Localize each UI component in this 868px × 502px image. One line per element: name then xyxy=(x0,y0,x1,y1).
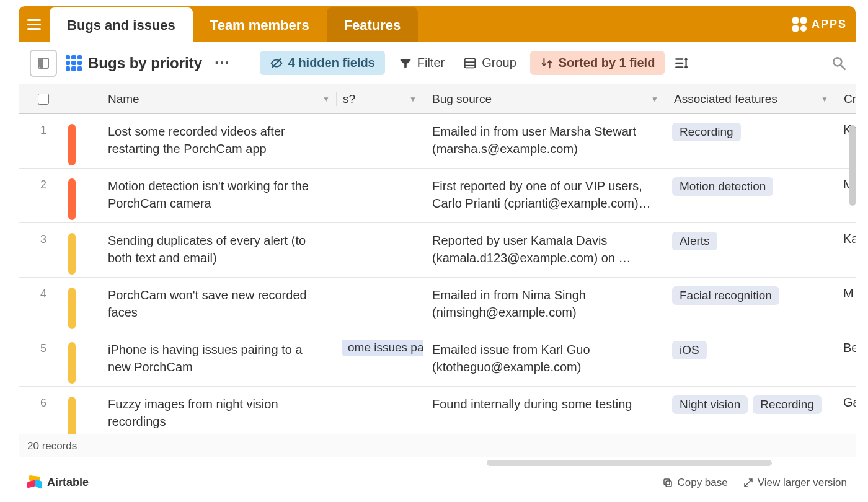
tab-bugs-and-issues[interactable]: Bugs and issues xyxy=(50,7,193,42)
cell-unknown[interactable] xyxy=(336,176,423,178)
column-header-bug-source[interactable]: Bug source ▼ xyxy=(423,92,665,106)
feature-tag[interactable]: Night vision xyxy=(672,395,748,414)
cell-associated-features[interactable]: Night visionRecording xyxy=(665,394,835,415)
cell-created[interactable]: Ga xyxy=(835,394,856,411)
filter-icon xyxy=(399,56,412,70)
cell-unknown[interactable] xyxy=(336,285,423,288)
row-number: 1 xyxy=(19,121,68,137)
priority-indicator xyxy=(68,124,76,165)
cell-name[interactable]: iPhone is having issues pairing to a new… xyxy=(88,340,336,384)
cell-bug-source[interactable]: Emailed in from user Marsha Stewart (mar… xyxy=(423,121,665,166)
cell-unknown[interactable] xyxy=(336,231,423,233)
expand-icon xyxy=(743,477,754,488)
top-tabs-bar: Bugs and issues Team members Features AP… xyxy=(19,6,856,42)
feature-tag[interactable]: Motion detection xyxy=(672,177,773,196)
data-grid: Name ▼ s? ▼ Bug source ▼ Associated feat… xyxy=(19,84,856,469)
filter-label: Filter xyxy=(417,56,445,70)
search-icon xyxy=(831,55,847,71)
table-row[interactable]: 6Fuzzy images from night vision recordin… xyxy=(19,387,856,434)
column-label: Bug source xyxy=(432,92,492,106)
cell-bug-source[interactable]: Reported by user Kamala Davis (kamala.d1… xyxy=(423,231,665,275)
apps-button[interactable]: APPS xyxy=(792,6,847,42)
menu-button[interactable] xyxy=(19,6,50,42)
copy-icon xyxy=(662,477,673,488)
brand-name: Airtable xyxy=(47,476,89,489)
table-row[interactable]: 3Sending duplicates of every alert (to b… xyxy=(19,223,856,278)
priority-indicator xyxy=(68,288,76,329)
copy-base-button[interactable]: Copy base xyxy=(662,477,727,489)
cell-bug-source[interactable]: Emailed issue from Karl Guo (ktotheguo@e… xyxy=(423,340,665,384)
vertical-scrollbar[interactable] xyxy=(849,125,856,206)
tab-features[interactable]: Features xyxy=(327,7,418,42)
rows-container: 1Lost some recorded videos after restart… xyxy=(19,114,856,434)
row-number: 3 xyxy=(19,231,68,246)
horizontal-scrollbar[interactable] xyxy=(19,457,856,469)
cell-name[interactable]: Lost some recorded videos after restarti… xyxy=(88,121,336,166)
table-row[interactable]: 2Motion detection isn't working for the … xyxy=(19,169,856,223)
panel-icon xyxy=(38,58,49,69)
cell-associated-features[interactable]: Recording xyxy=(665,121,835,143)
feature-tag[interactable]: iOS xyxy=(672,341,707,359)
group-button[interactable]: Group xyxy=(458,52,521,74)
feature-tag[interactable]: Alerts xyxy=(672,232,717,250)
cell-unknown[interactable] xyxy=(336,394,423,397)
cell-bug-source[interactable]: Emailed in from Nima Singh (nimsingh@exa… xyxy=(423,285,665,330)
table-row[interactable]: 4PorchCam won't save new recorded facesE… xyxy=(19,278,856,332)
filter-button[interactable]: Filter xyxy=(394,52,450,74)
column-header-associated-features[interactable]: Associated features ▼ xyxy=(665,92,835,106)
hidden-fields-icon xyxy=(270,56,283,70)
tab-team-members[interactable]: Team members xyxy=(193,7,327,42)
column-label: Name xyxy=(108,92,140,106)
priority-indicator xyxy=(68,233,76,275)
cell-associated-features[interactable]: Facial recognition xyxy=(665,285,835,306)
column-label: Cr xyxy=(844,92,856,105)
feature-tag[interactable]: Facial recognition xyxy=(672,286,779,305)
cell-name[interactable]: Motion detection isn't working for the P… xyxy=(88,176,336,221)
cell-bug-source[interactable]: First reported by one of our VIP users, … xyxy=(423,176,665,221)
cell-associated-features[interactable]: iOS xyxy=(665,340,835,361)
row-height-button[interactable] xyxy=(673,55,689,71)
cell-name[interactable]: PorchCam won't save new recorded faces xyxy=(88,285,336,330)
brand-bar: Airtable Copy base View larger version xyxy=(19,469,856,496)
column-header-created[interactable]: Cr xyxy=(835,92,856,106)
cell-associated-features[interactable]: Motion detection xyxy=(665,176,835,197)
cell-name[interactable]: Sending duplicates of every alert (to bo… xyxy=(88,231,336,275)
cell-name[interactable]: Fuzzy images from night vision recording… xyxy=(88,394,336,434)
hidden-fields-label: 4 hidden fields xyxy=(288,56,375,70)
toggle-sidebar-button[interactable] xyxy=(30,50,57,77)
column-header-unknown[interactable]: s? ▼ xyxy=(336,92,423,106)
chevron-down-icon: ▼ xyxy=(651,95,658,103)
sort-icon xyxy=(540,56,554,70)
cell-unknown[interactable]: ome issues pair xyxy=(336,340,423,356)
table-row[interactable]: 1Lost some recorded videos after restart… xyxy=(19,114,856,169)
view-more-button[interactable]: ··· xyxy=(211,53,234,73)
airtable-logo-icon xyxy=(27,476,42,490)
view-larger-button[interactable]: View larger version xyxy=(743,477,847,489)
cell-created[interactable]: Ka xyxy=(835,231,856,247)
column-label: Associated features xyxy=(674,92,777,106)
view-larger-label: View larger version xyxy=(758,477,847,489)
sort-button[interactable]: Sorted by 1 field xyxy=(530,51,665,75)
select-all-checkbox[interactable] xyxy=(38,94,49,105)
hidden-fields-button[interactable]: 4 hidden fields xyxy=(260,51,385,75)
table-row[interactable]: 5iPhone is having issues pairing to a ne… xyxy=(19,332,856,387)
copy-base-label: Copy base xyxy=(677,477,727,489)
feature-tag[interactable]: Recording xyxy=(753,395,822,414)
cell-unknown[interactable] xyxy=(336,121,423,124)
view-switcher[interactable]: Bugs by priority xyxy=(66,55,202,72)
chevron-down-icon: ▼ xyxy=(409,95,417,103)
grid-footer: 20 records xyxy=(19,434,856,457)
cell-associated-features[interactable]: Alerts xyxy=(665,231,835,252)
cell-bug-source[interactable]: Found internally during some testing xyxy=(423,394,665,421)
feature-tag[interactable]: Recording xyxy=(672,123,741,141)
column-header-name[interactable]: Name ▼ xyxy=(88,92,336,106)
apps-label: APPS xyxy=(812,18,847,31)
apps-icon xyxy=(792,17,807,32)
search-button[interactable] xyxy=(831,55,847,71)
cell-created[interactable]: Be xyxy=(835,340,856,356)
chevron-down-icon: ▼ xyxy=(821,95,828,103)
row-height-icon xyxy=(673,55,689,71)
row-number: 4 xyxy=(19,285,68,301)
airtable-brand[interactable]: Airtable xyxy=(27,476,89,490)
cell-created[interactable]: M xyxy=(835,285,856,302)
